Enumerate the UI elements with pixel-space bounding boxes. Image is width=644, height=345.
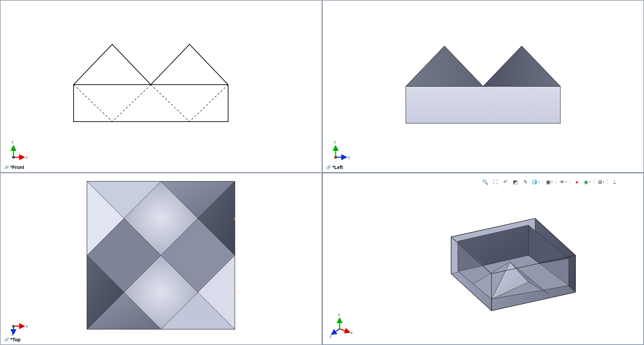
svg-rect-6 [406, 86, 560, 123]
viewport-left[interactable]: z Y 🔗 *Left [322, 0, 644, 173]
svg-text:z: z [330, 334, 332, 338]
axis-triad-top: x z [7, 312, 31, 336]
svg-line-55 [340, 329, 350, 332]
svg-text:x: x [26, 324, 28, 328]
svg-rect-35 [234, 291, 235, 293]
svg-marker-7 [406, 46, 483, 86]
svg-text:Y: Y [334, 140, 336, 144]
axis-triad-iso: x Y z [330, 312, 353, 336]
iso-drawing [362, 180, 604, 338]
svg-rect-0 [74, 85, 228, 122]
svg-text:z: z [11, 332, 13, 336]
top-canvas[interactable] [1, 173, 321, 345]
viewport-label-left: 🔗 *Left [326, 165, 343, 170]
svg-line-57 [332, 329, 340, 334]
svg-rect-34 [234, 218, 235, 220]
viewport-top[interactable]: x z 🔗 *Top [0, 173, 322, 345]
viewport-label-top: 🔗 *Top [4, 337, 20, 342]
link-icon: 🔗 [4, 337, 9, 342]
front-drawing [43, 24, 278, 148]
viewport-front[interactable]: x Y 🔗 *Front [0, 0, 322, 173]
front-canvas[interactable] [1, 1, 321, 172]
svg-text:x: x [351, 331, 353, 335]
iso-canvas[interactable] [323, 173, 644, 345]
left-canvas[interactable] [323, 1, 644, 172]
svg-text:Y: Y [338, 313, 340, 317]
link-icon: 🔗 [4, 165, 9, 170]
axis-triad-left: z Y [330, 140, 353, 163]
axis-triad-front: x Y [7, 140, 31, 163]
viewport-grid: x Y 🔗 *Front [0, 0, 644, 345]
top-drawing [53, 176, 268, 341]
viewport-isometric[interactable]: 🔍 ⛶ ↶ ◩ ✎ 🧊▾ ▣▾ 👁▾ ● ◉▾ 🖥▾ ⊥ [322, 173, 644, 345]
svg-marker-8 [483, 46, 560, 86]
svg-text:Y: Y [11, 140, 14, 144]
left-drawing [366, 24, 601, 148]
svg-text:z: z [348, 155, 350, 159]
svg-text:x: x [26, 155, 28, 159]
link-icon: 🔗 [326, 165, 331, 170]
viewport-label-front: 🔗 *Front [4, 165, 24, 170]
